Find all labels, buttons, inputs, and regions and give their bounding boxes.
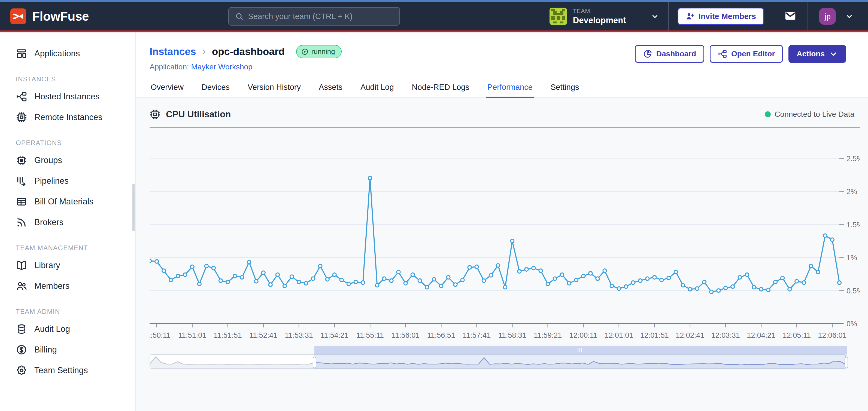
range-selection[interactable]: [314, 354, 847, 369]
application-link[interactable]: Mayker Workshop: [191, 63, 253, 71]
sidebar-item-library[interactable]: Library: [0, 255, 135, 276]
svg-text:12:04:21: 12:04:21: [747, 331, 775, 339]
brokers-icon: [16, 217, 27, 228]
sidebar-item-label: Members: [34, 281, 69, 291]
tab-overview[interactable]: Overview: [150, 83, 185, 98]
range-selection-drag-bar[interactable]: [314, 346, 847, 354]
svg-text:12:00:11: 12:00:11: [569, 331, 597, 339]
actions-button[interactable]: Actions: [788, 45, 846, 63]
sidebar-item-label: Hosted Instances: [34, 92, 100, 102]
sidebar-item-bill-of-materials[interactable]: Bill Of Materials: [0, 191, 135, 212]
sidebar-item-members[interactable]: Members: [0, 276, 135, 297]
sidebar-item-label: Remote Instances: [34, 112, 102, 122]
drag-grip-icon[interactable]: [578, 348, 582, 352]
tab-version-history[interactable]: Version History: [247, 83, 302, 98]
user-menu[interactable]: jp: [808, 8, 857, 25]
window-top-strip: [0, 0, 868, 2]
billing-icon: [16, 344, 27, 355]
sidebar-item-pipelines[interactable]: Pipelines: [0, 171, 135, 191]
applications-icon: [16, 48, 27, 59]
brand[interactable]: FlowFuse: [10, 8, 89, 24]
sidebar-item-brokers[interactable]: Brokers: [0, 212, 135, 233]
cpu-chart: 0%0.5%1%1.5%2%2.5%11:50:1111:51:0111:51:…: [150, 128, 860, 345]
sidebar-item-label: Pipelines: [34, 176, 69, 186]
svg-text:11:52:41: 11:52:41: [249, 331, 277, 339]
mail-icon: [784, 9, 797, 22]
sidebar-item-label: Brokers: [34, 217, 63, 227]
dashboard-button-label: Dashboard: [656, 49, 696, 58]
team-settings-icon: [16, 365, 27, 376]
sidebar-item-team-settings[interactable]: Team Settings: [0, 360, 135, 381]
invite-members-label: Invite Members: [699, 12, 756, 21]
performance-panel: CPU Utilisation Connected to Live Data 0…: [136, 98, 868, 411]
sidebar-item-label: Team Settings: [34, 366, 88, 375]
main-content: Instances opc-dashboard running Applicat…: [136, 32, 868, 411]
tab-node-red-logs[interactable]: Node-RED Logs: [411, 83, 470, 98]
sidebar-item-audit-log[interactable]: Audit Log: [0, 319, 135, 339]
team-name: Development: [573, 15, 626, 25]
chevron-down-icon: [845, 12, 853, 21]
svg-text:12:02:41: 12:02:41: [676, 331, 704, 339]
svg-text:1.5%: 1.5%: [846, 221, 860, 229]
sidebar-item-billing[interactable]: Billing: [0, 339, 135, 360]
cpu-line-chart[interactable]: 0%0.5%1%1.5%2%2.5%11:50:1111:51:0111:51:…: [150, 128, 860, 345]
invite-members-button[interactable]: Invite Members: [678, 8, 764, 25]
svg-text:12:05:11: 12:05:11: [783, 331, 811, 339]
play-circle-icon: [301, 48, 309, 56]
avatar: jp: [819, 8, 836, 25]
sidebar-section-instances: INSTANCES: [0, 64, 135, 86]
svg-text:11:55:11: 11:55:11: [356, 331, 384, 339]
range-handle-left[interactable]: [313, 357, 316, 368]
cpu-chip-icon: [150, 109, 160, 120]
svg-text:11:59:21: 11:59:21: [534, 331, 562, 339]
team-search[interactable]: [228, 7, 400, 26]
actions-button-label: Actions: [797, 49, 825, 58]
range-handle-right[interactable]: [844, 357, 848, 368]
chevron-right-icon: [200, 48, 208, 55]
team-selector[interactable]: TEAM: Development: [540, 8, 668, 25]
tab-audit-log[interactable]: Audit Log: [359, 83, 395, 98]
instance-tabs: Overview Devices Version History Assets …: [136, 83, 868, 98]
chevron-down-icon: [829, 49, 838, 59]
live-dot-icon: [765, 111, 771, 117]
svg-text:0.5%: 0.5%: [846, 287, 860, 295]
search-input[interactable]: [248, 12, 394, 21]
sidebar-section-team-management: TEAM MANAGEMENT: [0, 233, 135, 255]
user-plus-icon: [685, 12, 695, 21]
sidebar-item-groups[interactable]: Groups: [0, 150, 135, 171]
pie-chart-icon: [643, 49, 652, 59]
svg-text:11:51:01: 11:51:01: [178, 331, 206, 339]
sidebar-item-remote-instances[interactable]: Remote Instances: [0, 107, 135, 128]
live-status-label: Connected to Live Data: [775, 110, 855, 119]
sidebar-item-label: Billing: [34, 345, 57, 355]
svg-text:12:01:51: 12:01:51: [640, 331, 669, 339]
chevron-down-icon: [651, 12, 659, 21]
open-editor-button[interactable]: Open Editor: [710, 45, 783, 63]
hosted-instances-icon: [16, 91, 27, 102]
remote-instances-icon: [16, 112, 27, 123]
tab-devices[interactable]: Devices: [200, 83, 231, 98]
tab-assets[interactable]: Assets: [318, 83, 344, 98]
sidebar-item-applications[interactable]: Applications: [0, 43, 135, 64]
chart-title-label: CPU Utilisation: [166, 109, 231, 119]
tab-performance[interactable]: Performance: [486, 83, 534, 98]
brand-name: FlowFuse: [32, 9, 89, 24]
dashboard-button[interactable]: Dashboard: [635, 45, 704, 63]
svg-text:11:54:21: 11:54:21: [320, 331, 348, 339]
svg-text:12:01:01: 12:01:01: [604, 331, 633, 339]
breadcrumb-instances-link[interactable]: Instances: [150, 46, 196, 58]
pipelines-icon: [16, 175, 27, 187]
sidebar-item-label: Groups: [34, 156, 62, 165]
sidebar-section-operations: OPERATIONS: [0, 128, 135, 150]
audit-log-icon: [16, 323, 27, 335]
svg-text:11:58:31: 11:58:31: [498, 331, 526, 339]
svg-text:12:06:01: 12:06:01: [818, 331, 846, 339]
svg-text:11:57:41: 11:57:41: [463, 331, 491, 339]
sidebar-item-hosted-instances[interactable]: Hosted Instances: [0, 86, 135, 107]
svg-text:11:56:51: 11:56:51: [427, 331, 455, 339]
search-icon: [235, 12, 244, 21]
notifications-button[interactable]: [773, 9, 808, 23]
tab-settings[interactable]: Settings: [550, 83, 580, 98]
sidebar-scrollbar[interactable]: [132, 184, 134, 231]
svg-text:2%: 2%: [846, 187, 857, 196]
